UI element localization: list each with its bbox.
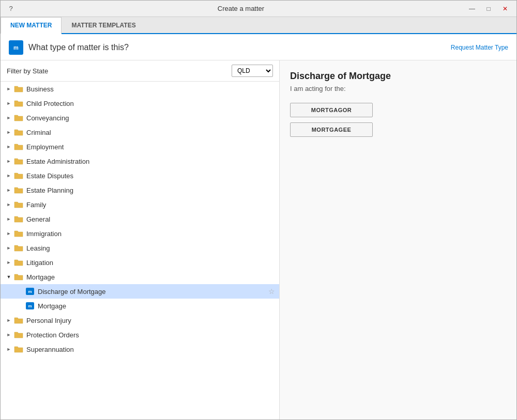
filter-label: Filter by State (7, 67, 48, 75)
request-matter-type-link[interactable]: Request Matter Type (451, 44, 508, 51)
tree-label-estate-planning: Estate Planning (26, 186, 275, 194)
tree-item-estate-disputes[interactable]: ► Estate Disputes (1, 168, 279, 183)
content-area: m What type of matter is this? Request M… (1, 34, 516, 419)
tree-item-estate-administration[interactable]: ► Estate Administration (1, 154, 279, 168)
tree-item-superannuation[interactable]: ► Superannuation (1, 342, 279, 356)
expander-general: ► (5, 215, 13, 223)
folder-icon-family (14, 200, 23, 209)
left-panel: Filter by State QLD NSW VIC WA SA TAS AC… (1, 60, 280, 419)
tab-matter-templates[interactable]: MATTER TEMPLATES (62, 17, 145, 33)
expander-superannuation: ► (5, 345, 13, 353)
folder-icon-leasing (14, 244, 23, 252)
tree-label-immigration: Immigration (26, 230, 275, 238)
tree-label-mortgage: Mortgage (26, 273, 275, 281)
tree-label-protection-orders: Protection Orders (26, 331, 275, 339)
folder-icon-general (14, 215, 23, 223)
folder-icon-estate-disputes (14, 172, 23, 180)
tree-item-personal-injury[interactable]: ► Personal Injury (1, 313, 279, 328)
mortgagor-button[interactable]: MORTGAGOR (290, 103, 373, 117)
expander-business: ► (5, 85, 13, 93)
page-title: What type of matter is this? (28, 43, 129, 52)
matter-icon-mortgage-sub: m (25, 302, 35, 310)
tree-item-litigation[interactable]: ► Litigation (1, 255, 279, 270)
expander-criminal: ► (5, 128, 13, 136)
tab-new-matter[interactable]: NEW MATTER (1, 17, 62, 34)
tree-item-family[interactable]: ► Family (1, 197, 279, 212)
filter-bar: Filter by State QLD NSW VIC WA SA TAS AC… (1, 60, 279, 82)
folder-icon-criminal (14, 128, 23, 136)
tree-label-child-protection: Child Protection (26, 100, 275, 107)
folder-icon-estate-admin (14, 157, 23, 165)
tree-item-conveyancing[interactable]: ► Conveyancing (1, 111, 279, 125)
tree-label-employment: Employment (26, 143, 275, 151)
tree-item-estate-planning[interactable]: ► Estate Planning (1, 183, 279, 197)
expander-estate-disputes: ► (5, 172, 13, 180)
folder-icon-superannuation (14, 345, 23, 353)
folder-icon-conveyancing (14, 114, 23, 122)
expander-employment: ► (5, 143, 13, 151)
state-select[interactable]: QLD NSW VIC WA SA TAS ACT NT (232, 65, 273, 77)
tree-item-employment[interactable]: ► Employment (1, 139, 279, 154)
tree-label-criminal: Criminal (26, 129, 275, 136)
tree-label-family: Family (26, 201, 275, 209)
main-window: ? Create a matter — □ ✕ NEW MATTER MATTE… (0, 0, 517, 420)
tree-label-litigation: Litigation (26, 259, 275, 267)
detail-title: Discharge of Mortgage (290, 71, 506, 82)
title-bar: ? Create a matter — □ ✕ (1, 1, 516, 17)
tree-item-leasing[interactable]: ► Leasing (1, 241, 279, 255)
expander-protection-orders: ► (5, 331, 13, 339)
main-split: Filter by State QLD NSW VIC WA SA TAS AC… (1, 60, 516, 419)
tree-item-discharge-of-mortgage[interactable]: m Discharge of Mortgage ☆ (1, 284, 279, 299)
minimize-button[interactable]: — (465, 3, 479, 14)
expander-estate-planning: ► (5, 186, 13, 194)
tabs-bar: NEW MATTER MATTER TEMPLATES (1, 17, 516, 34)
folder-icon-immigration (14, 229, 23, 238)
tree-item-immigration[interactable]: ► Immigration (1, 226, 279, 241)
folder-icon-employment (14, 143, 23, 151)
tree-item-criminal[interactable]: ► Criminal (1, 125, 279, 139)
header-row: m What type of matter is this? Request M… (1, 34, 516, 60)
tree-label-conveyancing: Conveyancing (26, 114, 275, 122)
tree-label-estate-admin: Estate Administration (26, 158, 275, 165)
help-button[interactable]: ? (5, 3, 17, 14)
header-left: m What type of matter is this? (9, 40, 129, 55)
folder-icon-business (14, 85, 23, 93)
tree-item-mortgage-sub[interactable]: m Mortgage ☆ (1, 299, 279, 313)
folder-icon-estate-planning (14, 186, 23, 194)
maximize-button[interactable]: □ (481, 3, 496, 14)
tree-container[interactable]: ► Business ► Child Protection (1, 82, 279, 419)
expander-litigation: ► (5, 258, 13, 267)
tree-label-discharge-of-mortgage: Discharge of Mortgage (38, 288, 266, 295)
close-button[interactable]: ✕ (498, 3, 512, 14)
tree-label-mortgage-sub: Mortgage (38, 302, 266, 310)
tree-label-business: Business (26, 85, 275, 93)
expander-conveyancing: ► (5, 114, 13, 122)
tree-label-leasing: Leasing (26, 244, 275, 252)
window-controls: — □ ✕ (465, 3, 512, 14)
detail-subtitle: I am acting for the: (290, 85, 506, 92)
expander-estate-admin: ► (5, 157, 13, 165)
tree-item-mortgage[interactable]: ▼ Mortgage (1, 270, 279, 284)
expander-leasing: ► (5, 244, 13, 252)
folder-icon-child-protection (14, 99, 23, 107)
tree-item-general[interactable]: ► General (1, 212, 279, 226)
header-icon: m (9, 40, 23, 55)
expander-personal-injury: ► (5, 316, 13, 324)
star-icon-discharge[interactable]: ☆ (268, 287, 275, 295)
expander-mortgage: ▼ (5, 273, 13, 281)
tree-label-superannuation: Superannuation (26, 346, 275, 353)
tree-label-personal-injury: Personal Injury (26, 317, 275, 324)
window-title: Create a matter (17, 5, 465, 12)
folder-icon-mortgage (14, 273, 23, 281)
folder-icon-personal-injury (14, 316, 23, 324)
tree-item-child-protection[interactable]: ► Child Protection (1, 96, 279, 111)
tree-item-protection-orders[interactable]: ► Protection Orders (1, 328, 279, 342)
tree-label-estate-disputes: Estate Disputes (26, 172, 275, 180)
right-panel: Discharge of Mortgage I am acting for th… (280, 60, 516, 419)
expander-child-protection: ► (5, 99, 13, 107)
mortgagee-button[interactable]: MORTGAGEE (290, 122, 373, 137)
tree-item-business[interactable]: ► Business (1, 82, 279, 96)
tree-label-general: General (26, 215, 275, 223)
folder-icon-protection-orders (14, 331, 23, 339)
expander-immigration: ► (5, 229, 13, 238)
